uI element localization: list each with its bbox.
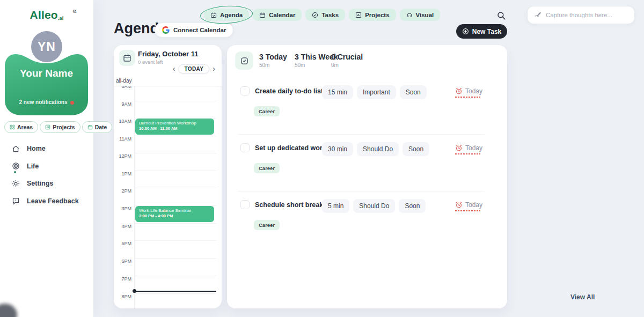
hour-line (134, 101, 216, 101)
due-label: Today (465, 144, 482, 152)
task-checkbox[interactable] (240, 143, 250, 152)
connect-calendar-button[interactable]: Connect Calendar (155, 23, 233, 38)
sidebar-item-label: Life (27, 163, 39, 170)
filter-projects-button[interactable]: Projects (40, 121, 80, 133)
duration-pill[interactable]: 15 min (322, 85, 353, 99)
projects-chart-icon (355, 12, 362, 18)
hour-line (134, 171, 216, 171)
event-time: 3:00 PM - 4:00 PM (139, 213, 210, 219)
tab-agenda[interactable]: Agenda (204, 9, 249, 21)
task-checkbox[interactable] (240, 200, 250, 209)
task-checkbox[interactable] (240, 86, 250, 95)
task-tag-career[interactable]: Career (254, 106, 280, 116)
urgency-pill[interactable]: Soon (399, 199, 426, 213)
date-calendar-icon (87, 124, 93, 130)
priority-pill[interactable]: Should Do (353, 199, 395, 213)
sidebar-item-settings[interactable]: Settings (12, 178, 79, 189)
due-date-badge[interactable]: Today (455, 144, 482, 152)
alarm-clock-icon (455, 201, 463, 209)
task-tag-career[interactable]: Career (254, 220, 280, 230)
hour-label: 1PM (114, 171, 131, 176)
sidebar-item-home[interactable]: Home (12, 143, 79, 154)
capture-thoughts-box (527, 6, 635, 24)
tasks-panel: 3 Today 50m 3 This Week 50m 0 Crucial 0m… (227, 45, 507, 308)
task-pills: 30 min Should Do Soon (322, 142, 429, 156)
stat-value: 3 Today (259, 53, 287, 61)
tab-label: Tasks (321, 12, 339, 18)
new-task-label: New Task (472, 28, 501, 35)
current-time-dot (133, 289, 136, 293)
top-nav-tabs: Agenda Calendar Tasks Projects Visual (204, 9, 440, 21)
task-row: Create daily to-do list 15 min Important… (227, 84, 507, 141)
app-root: Alleo.ai « YN Your Name 2 new notificati… (0, 0, 644, 317)
due-label: Today (465, 201, 482, 209)
sidebar-collapse-icon[interactable]: « (72, 6, 77, 15)
tab-tasks[interactable]: Tasks (305, 9, 345, 21)
new-task-button[interactable]: New Task (456, 24, 507, 39)
current-time-line (134, 291, 216, 292)
calendar-event[interactable]: Burnout Prevention Workshop 10:00 AM - 1… (135, 119, 214, 135)
active-indicator-dot (14, 171, 16, 173)
tab-label: Visual (416, 12, 434, 18)
sidebar-item-feedback[interactable]: Leave Feedback (12, 195, 79, 207)
search-icon[interactable] (496, 11, 506, 20)
priority-pill[interactable]: Should Do (357, 142, 399, 156)
hour-label: 11AM (114, 136, 131, 142)
tasks-check-icon (312, 12, 318, 18)
today-button[interactable]: TODAY (178, 64, 209, 73)
due-label: Today (465, 87, 482, 95)
task-title[interactable]: Create daily to-do list (255, 87, 323, 95)
urgency-pill[interactable]: Soon (400, 85, 427, 99)
notification-dot (70, 101, 74, 105)
priority-pill[interactable]: Important (357, 85, 396, 99)
plus-circle-icon (462, 28, 469, 35)
filter-areas-label: Areas (17, 124, 33, 130)
sidebar-item-label: Leave Feedback (27, 197, 79, 205)
calendar-events-left: 0 event left (138, 59, 163, 65)
due-date-badge[interactable]: Today (455, 87, 482, 95)
stat-today: 3 Today 50m (259, 53, 287, 68)
tab-label: Calendar (269, 12, 295, 18)
time-column-divider (134, 75, 135, 308)
sidebar-item-label: Settings (27, 180, 53, 187)
hour-label: 7PM (114, 276, 131, 282)
hour-line (134, 136, 216, 136)
filter-areas-button[interactable]: Areas (4, 121, 38, 133)
prev-day-button[interactable]: ‹ (173, 64, 175, 73)
duration-pill[interactable]: 5 min (322, 199, 349, 213)
feedback-bubble-icon (12, 197, 20, 205)
areas-grid-icon (10, 124, 15, 130)
hour-label: 12PM (114, 153, 131, 159)
task-title[interactable]: Schedule short break (255, 201, 323, 209)
urgency-pill[interactable]: Soon (402, 142, 429, 156)
tab-label: Agenda (220, 12, 243, 18)
capture-thoughts-input[interactable] (546, 12, 628, 18)
calendar-event[interactable]: Work-Life Balance Seminar 3:00 PM - 4:00… (135, 206, 214, 222)
due-date-badge[interactable]: Today (455, 201, 482, 209)
sidebar-filter-row: Areas Projects Date (4, 121, 112, 133)
connect-calendar-label: Connect Calendar (173, 27, 226, 33)
sidebar-nav: Home Life Settings Leave Feedback (12, 143, 79, 212)
sidebar-item-life[interactable]: Life (12, 160, 79, 172)
duration-pill[interactable]: 30 min (322, 142, 353, 156)
tab-projects[interactable]: Projects (349, 9, 396, 21)
hour-label: 8PM (114, 294, 131, 299)
app-logo: Alleo.ai (0, 9, 93, 21)
tab-visual[interactable]: Visual (400, 9, 441, 21)
task-divider (238, 134, 485, 135)
view-all-link[interactable]: View All (570, 293, 595, 301)
notifications-label[interactable]: 2 new notifications (5, 99, 88, 105)
task-divider (238, 191, 485, 191)
calendar-nav: ‹ TODAY › (173, 64, 215, 73)
task-tag-career[interactable]: Career (254, 163, 280, 173)
filter-date-label: Date (95, 124, 107, 130)
avatar[interactable]: YN (31, 31, 62, 62)
calendar-header-icon (119, 50, 135, 66)
hour-label: 9AM (114, 101, 131, 107)
hour-line (134, 276, 216, 276)
next-day-button[interactable]: › (213, 64, 215, 73)
tab-calendar[interactable]: Calendar (253, 9, 302, 21)
filter-date-button[interactable]: Date (82, 121, 113, 133)
hour-line (134, 293, 216, 294)
calendar-time-grid: 8AM 9AM 10AM 11AM 12PM 1PM 2PM 3PM 4PM 5… (114, 75, 222, 308)
